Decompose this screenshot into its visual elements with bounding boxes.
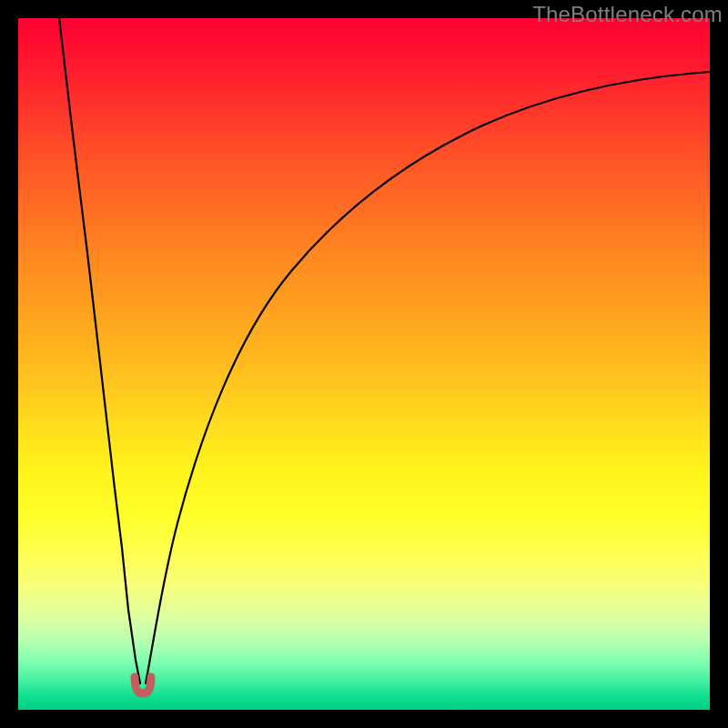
watermark-text: TheBottleneck.com	[532, 2, 723, 27]
plot-area	[18, 18, 710, 710]
bottleneck-curve	[18, 18, 710, 710]
curve-right-branch	[146, 72, 710, 683]
optimum-marker	[135, 677, 151, 693]
curve-left-branch	[59, 18, 140, 683]
chart-frame: TheBottleneck.com	[0, 0, 728, 728]
